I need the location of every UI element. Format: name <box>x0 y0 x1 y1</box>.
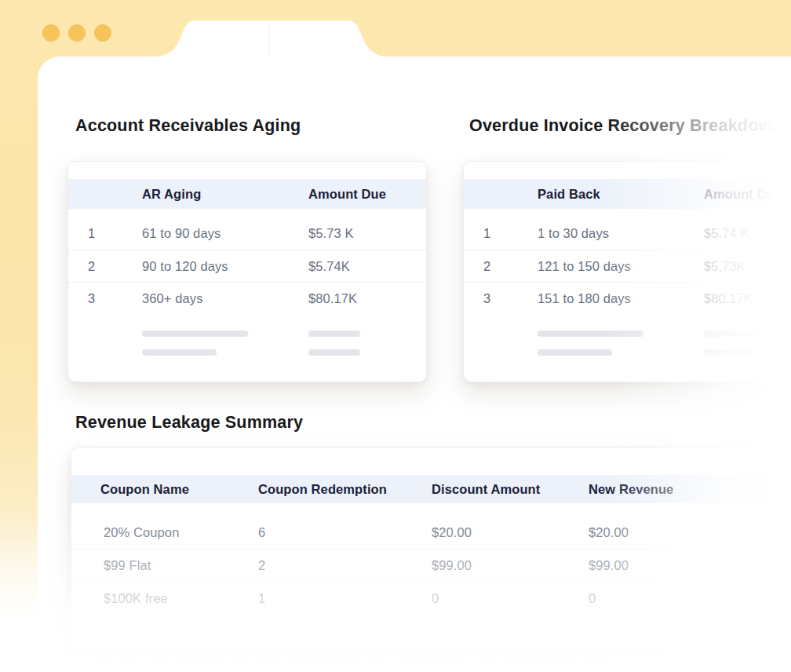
column-header-coupon-redemption: Coupon Redemption <box>258 482 432 497</box>
coupon-name: $99 Flat <box>71 558 205 573</box>
window-dot <box>94 24 111 42</box>
paid-back-bucket: 151 to 180 days <box>538 291 704 306</box>
window-dot <box>68 24 86 42</box>
amount-due-value: $80.17K <box>704 291 791 306</box>
coupon-name: $100K free <box>71 591 205 606</box>
column-header-paid-back: Paid Back <box>538 187 704 202</box>
column-header-new-revenue: New Revenue <box>589 482 791 497</box>
column-header-discount-amount: Discount Amount <box>432 482 589 497</box>
aging-bucket: 360+ days <box>142 291 308 306</box>
table-row: 2 121 to 150 days $5,73K <box>464 250 791 282</box>
coupon-redemption-value: 6 <box>258 525 432 540</box>
row-index: 1 <box>464 226 538 241</box>
row-index: 2 <box>68 259 142 274</box>
section-title-overdue-invoice-recovery: Overdue Invoice Recovery Breakdown <box>469 116 782 136</box>
paid-back-bucket: 1 to 30 days <box>538 226 704 241</box>
window-controls <box>42 24 111 42</box>
table-card-revenue-leakage: Coupon Name Coupon Redemption Discount A… <box>71 447 791 652</box>
table-body: 1 61 to 90 days $5.73 K 2 90 to 120 days… <box>68 209 426 314</box>
table-card-ar-aging: AR Aging Amount Due 1 61 to 90 days $5.7… <box>67 161 427 382</box>
coupon-name: 20% Coupon <box>71 525 205 540</box>
aging-bucket: 90 to 120 days <box>142 259 308 274</box>
discount-amount-value: $20.00 <box>432 525 589 540</box>
table-body: 1 1 to 30 days $5.74 K 2 121 to 150 days… <box>464 209 791 314</box>
browser-tab <box>159 20 385 57</box>
skeleton-bar <box>142 331 248 337</box>
new-revenue-value: $99.00 <box>589 558 791 573</box>
amount-due-value: $5.74 K <box>704 226 791 241</box>
new-revenue-value: $20.00 <box>589 525 791 540</box>
paid-back-bucket: 121 to 150 days <box>538 259 704 274</box>
table-header-row: AR Aging Amount Due <box>68 179 426 209</box>
table-row: 1 61 to 90 days $5.73 K <box>68 217 426 250</box>
discount-amount-value: 0 <box>432 591 589 606</box>
section-title-revenue-leakage-summary: Revenue Leakage Summary <box>75 413 303 433</box>
skeleton-bar <box>704 331 756 337</box>
table-row: $99 Flat 2 $99.00 $99.00 <box>71 549 791 582</box>
row-index: 1 <box>68 226 142 241</box>
table-row: 3 360+ days $80.17K <box>68 282 426 314</box>
browser-mockup: Account Receivables Aging AR Aging Amoun… <box>0 0 791 672</box>
table-row: $100K free 1 0 0 <box>71 582 791 615</box>
column-header-amount-due: Amount Due <box>308 187 426 202</box>
column-header-coupon-name: Coupon Name <box>71 482 258 497</box>
skeleton-loader <box>68 331 426 356</box>
column-header-amount-due: Amount Due <box>704 187 791 202</box>
window-dot <box>42 24 60 42</box>
coupon-redemption-value: 2 <box>258 558 432 573</box>
table-row: 1 1 to 30 days $5.74 K <box>464 217 791 250</box>
table-card-paid-back: Paid Back Amount Due 1 1 to 30 days $5.7… <box>463 161 791 382</box>
row-index: 3 <box>68 291 142 306</box>
table-row: 2 90 to 120 days $5.74K <box>68 250 426 282</box>
table-header-row: Paid Back Amount Due <box>464 179 791 209</box>
skeleton-loader <box>464 331 791 356</box>
table-body: 20% Coupon 6 $20.00 $20.00 $99 Flat 2 $9… <box>71 503 791 615</box>
skeleton-bar <box>704 349 756 356</box>
discount-amount-value: $99.00 <box>432 558 589 573</box>
column-header-ar-aging: AR Aging <box>142 187 308 202</box>
skeleton-bar <box>308 331 360 337</box>
skeleton-bar <box>538 349 612 356</box>
aging-bucket: 61 to 90 days <box>142 226 308 241</box>
row-index: 2 <box>464 259 538 274</box>
amount-due-value: $80.17K <box>308 291 426 306</box>
row-index: 3 <box>464 291 538 306</box>
amount-due-value: $5.73 K <box>308 226 426 241</box>
skeleton-bar <box>538 331 643 337</box>
skeleton-bar <box>142 349 217 356</box>
coupon-redemption-value: 1 <box>258 591 432 606</box>
section-title-account-receivables-aging: Account Receivables Aging <box>75 116 301 136</box>
table-header-row: Coupon Name Coupon Redemption Discount A… <box>71 475 791 503</box>
amount-due-value: $5.74K <box>308 259 426 274</box>
table-row: 20% Coupon 6 $20.00 $20.00 <box>71 516 791 549</box>
skeleton-bar <box>308 349 360 356</box>
amount-due-value: $5,73K <box>704 259 791 274</box>
new-revenue-value: 0 <box>589 591 791 606</box>
table-row: 3 151 to 180 days $80.17K <box>464 282 791 314</box>
